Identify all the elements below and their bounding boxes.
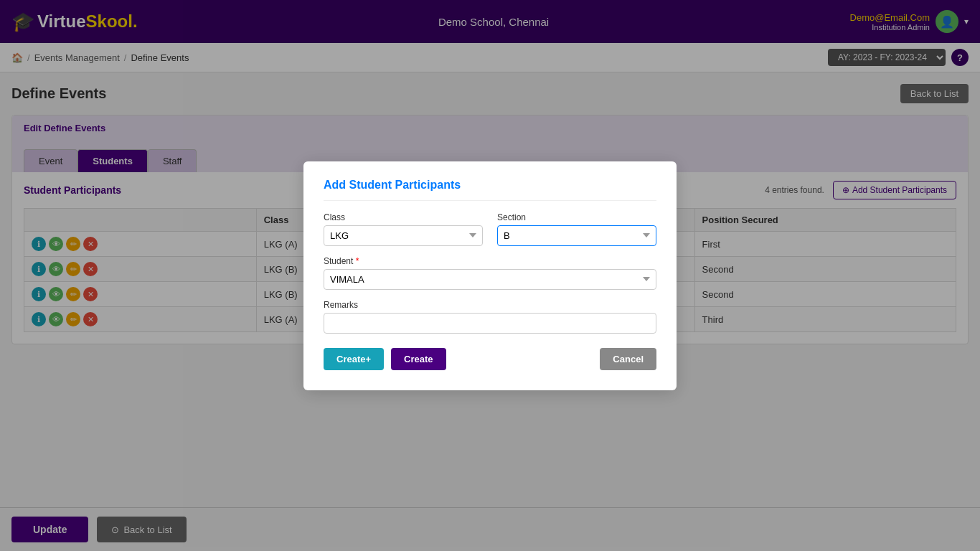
- student-label: Student *: [324, 256, 656, 266]
- modal-actions: Create+ Create Cancel: [324, 348, 656, 370]
- required-star: *: [356, 256, 359, 266]
- modal-student-row: Student * VIMALA ARUN DHIVYA GOWRI AKASH: [324, 256, 656, 290]
- modal-class-field: Class LKG UKG I II: [324, 212, 483, 246]
- section-label: Section: [497, 212, 656, 222]
- class-label: Class: [324, 212, 483, 222]
- modal-remarks-field: Remarks: [324, 300, 656, 334]
- section-select[interactable]: A B C: [497, 225, 656, 246]
- modal-remarks-row: Remarks: [324, 300, 656, 334]
- create-plus-button[interactable]: Create+: [324, 348, 384, 370]
- remarks-input[interactable]: [324, 313, 656, 334]
- modal-title: Add Student Participants: [324, 179, 656, 201]
- student-select[interactable]: VIMALA ARUN DHIVYA GOWRI AKASH: [324, 269, 656, 290]
- modal-section-field: Section A B C: [497, 212, 656, 246]
- create-button[interactable]: Create: [391, 348, 446, 370]
- class-select[interactable]: LKG UKG I II: [324, 225, 483, 246]
- modal-student-field: Student * VIMALA ARUN DHIVYA GOWRI AKASH: [324, 256, 656, 290]
- cancel-button[interactable]: Cancel: [600, 348, 656, 370]
- remarks-label: Remarks: [324, 300, 656, 310]
- modal-class-section-row: Class LKG UKG I II Section A B C: [324, 212, 656, 246]
- add-student-modal: Add Student Participants Class LKG UKG I…: [303, 161, 677, 390]
- modal-overlay: Add Student Participants Class LKG UKG I…: [0, 0, 980, 551]
